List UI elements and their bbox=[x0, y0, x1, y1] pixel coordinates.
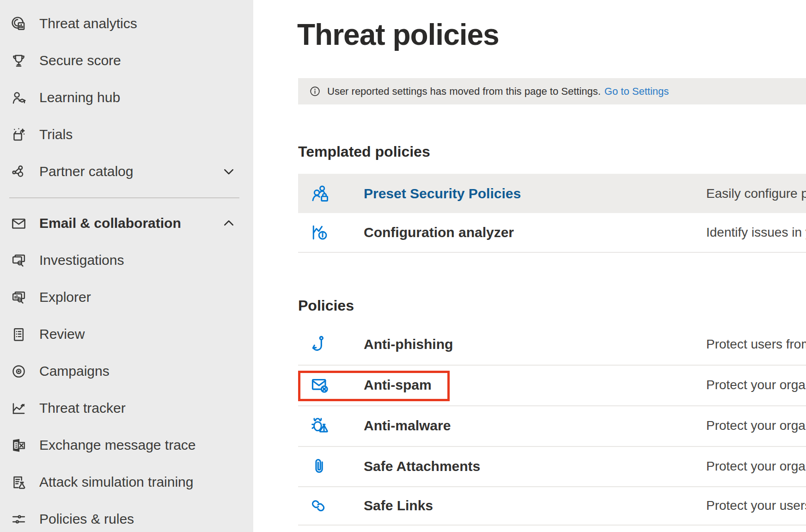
row-description: Identify issues in you bbox=[706, 225, 806, 240]
investigations-icon bbox=[9, 251, 28, 269]
sidebar-item-label: Investigations bbox=[39, 252, 124, 268]
anti-phishing-icon bbox=[310, 334, 330, 355]
row-description: Protect users from p bbox=[706, 337, 806, 352]
row-label[interactable]: Safe Attachments bbox=[364, 459, 480, 474]
sidebar-item-label: Campaigns bbox=[39, 363, 110, 379]
anti-spam-icon bbox=[310, 375, 330, 395]
sidebar-item-email-collaboration[interactable]: Email & collaboration bbox=[0, 205, 253, 242]
sidebar-item-secure-score[interactable]: Secure score bbox=[0, 42, 253, 79]
sidebar-item-label: Exchange message trace bbox=[39, 437, 196, 453]
sidebar-item-campaigns[interactable]: Campaigns bbox=[0, 353, 253, 390]
left-navigation: Threat analytics Secure score Learning h… bbox=[0, 0, 253, 532]
sidebar-item-threat-tracker[interactable]: Threat tracker bbox=[0, 390, 253, 427]
info-icon bbox=[309, 86, 321, 97]
row-description: Protect your organiz bbox=[706, 418, 806, 433]
sidebar-divider bbox=[9, 197, 239, 198]
sidebar-item-label: Learning hub bbox=[39, 90, 120, 105]
policies-rules-icon bbox=[9, 510, 28, 528]
explorer-icon bbox=[9, 288, 28, 306]
row-anti-phishing[interactable]: Anti-phishing Protect users from p bbox=[298, 324, 806, 366]
sidebar-item-learning-hub[interactable]: Learning hub bbox=[0, 79, 253, 116]
sidebar-item-label: Partner catalog bbox=[39, 164, 133, 179]
row-label[interactable]: Anti-phishing bbox=[364, 336, 453, 352]
section-heading-templated-policies: Templated policies bbox=[298, 143, 430, 160]
sidebar-item-label: Review bbox=[39, 326, 85, 342]
row-label[interactable]: Anti-malware bbox=[364, 418, 451, 434]
sidebar-item-exchange-message-trace[interactable]: Exchange message trace bbox=[0, 427, 253, 464]
row-description: Protect your users fr bbox=[706, 498, 806, 513]
row-safe-attachments[interactable]: Safe Attachments Protect your organiz bbox=[298, 446, 806, 487]
sidebar-item-label: Threat tracker bbox=[39, 400, 126, 416]
safe-attachments-icon bbox=[310, 456, 330, 477]
row-label[interactable]: Anti-spam bbox=[364, 377, 432, 393]
row-description: Protect your organiz bbox=[706, 459, 806, 474]
row-configuration-analyzer[interactable]: Configuration analyzer Identify issues i… bbox=[298, 213, 806, 253]
row-anti-spam[interactable]: Anti-spam Protect your organiz bbox=[298, 365, 806, 406]
go-to-settings-link[interactable]: Go to Settings bbox=[604, 86, 669, 98]
row-label[interactable]: Preset Security Policies bbox=[364, 186, 521, 202]
secure-score-icon bbox=[9, 51, 28, 70]
configuration-analyzer-icon bbox=[310, 222, 330, 243]
page-title: Threat policies bbox=[297, 18, 499, 52]
review-icon bbox=[9, 325, 28, 343]
row-label[interactable]: Safe Links bbox=[364, 498, 433, 514]
sidebar-item-label: Email & collaboration bbox=[39, 215, 181, 231]
row-preset-security-policies[interactable]: Preset Security Policies Easily configur… bbox=[298, 174, 806, 213]
sidebar-item-attack-simulation-training[interactable]: Attack simulation training bbox=[0, 464, 253, 501]
sidebar-item-label: Threat analytics bbox=[39, 16, 137, 31]
email-collaboration-icon bbox=[9, 214, 28, 232]
sidebar-item-label: Attack simulation training bbox=[39, 474, 194, 490]
sidebar-item-investigations[interactable]: Investigations bbox=[0, 242, 253, 279]
campaigns-icon bbox=[9, 362, 28, 380]
sidebar-item-threat-analytics[interactable]: Threat analytics bbox=[0, 5, 253, 42]
chevron-up-icon[interactable] bbox=[222, 216, 236, 230]
banner-message: User reported settings has moved from th… bbox=[327, 86, 601, 98]
section-heading-policies: Policies bbox=[298, 297, 354, 314]
row-anti-malware[interactable]: Anti-malware Protect your organiz bbox=[298, 405, 806, 447]
sidebar-item-explorer[interactable]: Explorer bbox=[0, 279, 253, 316]
preset-security-policies-icon bbox=[310, 183, 330, 204]
threat-tracker-icon bbox=[9, 399, 28, 417]
learning-hub-icon bbox=[9, 88, 28, 107]
trials-icon bbox=[9, 125, 28, 144]
sidebar-item-label: Trials bbox=[39, 127, 73, 142]
sidebar-item-trials[interactable]: Trials bbox=[0, 116, 253, 153]
anti-malware-icon bbox=[310, 416, 330, 436]
sidebar-item-label: Secure score bbox=[39, 53, 121, 68]
partner-catalog-icon bbox=[9, 162, 28, 181]
threat-analytics-icon bbox=[9, 14, 28, 33]
attack-simulation-training-icon bbox=[9, 473, 28, 491]
sidebar-item-policies-rules[interactable]: Policies & rules bbox=[0, 501, 253, 532]
row-safe-links[interactable]: Safe Links Protect your users fr bbox=[298, 486, 806, 526]
safe-links-icon bbox=[310, 495, 330, 516]
row-label[interactable]: Configuration analyzer bbox=[364, 225, 514, 240]
sidebar-item-label: Explorer bbox=[39, 289, 91, 305]
info-banner: User reported settings has moved from th… bbox=[298, 78, 806, 104]
row-description: Protect your organiz bbox=[706, 378, 806, 392]
row-description: Easily configure prot bbox=[706, 186, 806, 201]
sidebar-item-partner-catalog[interactable]: Partner catalog bbox=[0, 153, 253, 190]
threat-policies-page: { "sidebar": { "items": [ {"label": "Thr… bbox=[0, 0, 806, 532]
exchange-message-trace-icon bbox=[9, 436, 28, 454]
chevron-down-icon[interactable] bbox=[222, 165, 236, 178]
sidebar-item-label: Policies & rules bbox=[39, 511, 134, 527]
sidebar-item-review[interactable]: Review bbox=[0, 316, 253, 353]
